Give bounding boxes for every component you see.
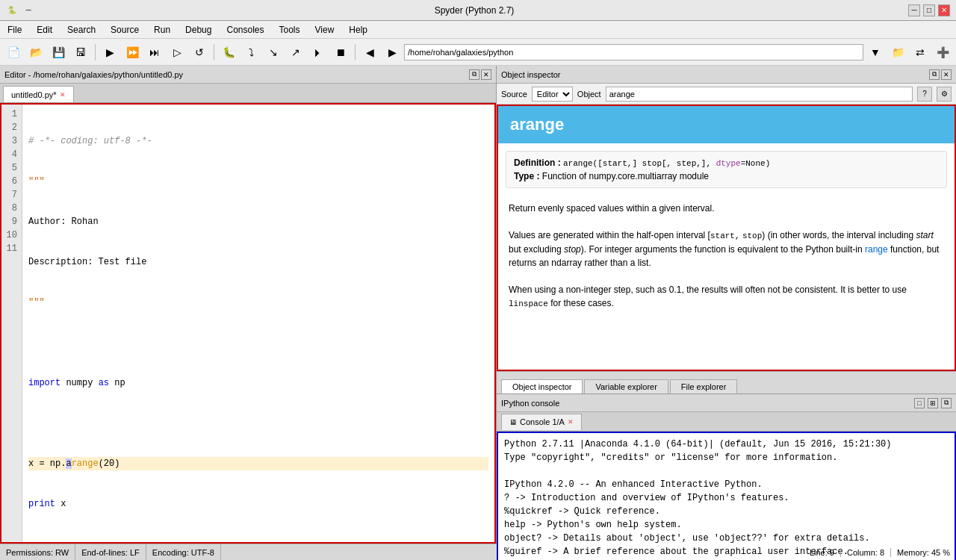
oi-undock-btn[interactable]: ⧉ xyxy=(929,69,940,80)
menu-search[interactable]: Search xyxy=(60,23,103,37)
run-btn[interactable]: ▶ xyxy=(99,42,120,63)
ipy-startup-line2: Type "copyright", "credits" or "license"… xyxy=(504,451,949,464)
code-line-5: """ xyxy=(28,296,488,309)
win-close-btn[interactable]: ✕ xyxy=(938,4,950,16)
ipy-console-tab[interactable]: 🖥 Console 1/A ✕ xyxy=(501,414,582,430)
step-in-btn[interactable]: ↘ xyxy=(263,42,284,63)
code-line-11 xyxy=(28,538,488,544)
oi-definition-box: Definition : arange([start,] stop[, step… xyxy=(506,151,947,188)
oi-tab-object-inspector[interactable]: Object inspector xyxy=(501,379,583,393)
console-tab-close[interactable]: ✕ xyxy=(568,418,574,426)
step-btn[interactable]: ⤵ xyxy=(240,42,261,63)
menu-consoles[interactable]: Consoles xyxy=(219,23,271,37)
code-line-9: x = np.arange(20) xyxy=(28,457,488,470)
new-file-btn[interactable]: 📄 xyxy=(3,42,24,63)
menu-tools[interactable]: Tools xyxy=(272,23,308,37)
menu-view[interactable]: View xyxy=(308,23,342,37)
title-bar: 🐍 ─ Spyder (Python 2.7) ─ □ ✕ xyxy=(0,0,956,21)
code-line-1: # -*- coding: utf-8 -*- xyxy=(28,134,488,148)
tab-close-btn[interactable]: ✕ xyxy=(60,91,66,99)
menu-source[interactable]: Source xyxy=(103,23,146,37)
step-out-btn[interactable]: ↗ xyxy=(285,42,306,63)
console-tab-icon: 🖥 xyxy=(509,418,517,426)
run-selection-btn[interactable]: ▷ xyxy=(167,42,187,63)
app-icon: 🐍 xyxy=(6,4,18,16)
oi-toolbar: Source Editor Object ? ⚙ xyxy=(497,84,956,105)
ipy-content[interactable]: Python 2.7.11 |Anaconda 4.1.0 (64-bit)| … xyxy=(497,432,956,560)
ipy-panel-title: IPython console xyxy=(501,399,559,408)
editor-tab-bar: untitled0.py* ✕ xyxy=(0,84,496,103)
status-line: Line: 9 xyxy=(804,548,841,557)
run-cell-btn[interactable]: ⏩ xyxy=(122,42,143,63)
oi-desc-p1: Return evenly spaced values within a giv… xyxy=(509,202,944,215)
ipy-undock-btn[interactable]: ⧉ xyxy=(941,398,952,408)
back-btn[interactable]: ◀ xyxy=(359,42,380,63)
oi-settings-btn[interactable]: ⚙ xyxy=(937,87,952,102)
code-line-3: Author: Rohan xyxy=(28,215,488,228)
editor-panel-title: Editor - /home/rohan/galaxies/python/unt… xyxy=(4,70,469,79)
menu-bar: File Edit Search Source Run Debug Consol… xyxy=(0,21,956,39)
status-eol: End-of-lines: LF xyxy=(75,544,146,560)
minimize-icon[interactable]: ─ xyxy=(22,4,34,16)
oi-help-btn[interactable]: ? xyxy=(917,87,932,102)
oi-object-input[interactable] xyxy=(606,87,913,102)
ipy-startup-line7: object? -> Details about 'object', use '… xyxy=(504,532,949,545)
ipy-startup-line1: Python 2.7.11 |Anaconda 4.1.0 (64-bit)| … xyxy=(504,438,949,451)
path-dropdown-btn[interactable]: ▼ xyxy=(865,42,886,63)
sync-btn[interactable]: ⇄ xyxy=(910,42,931,63)
oi-source-select[interactable]: Editor xyxy=(532,87,573,102)
menu-debug[interactable]: Debug xyxy=(178,23,219,37)
continue-btn[interactable]: ⏵ xyxy=(308,42,329,63)
code-line-8 xyxy=(28,417,488,430)
editor-close-btn[interactable]: ✕ xyxy=(481,69,491,80)
forward-btn[interactable]: ▶ xyxy=(382,42,403,63)
oi-panel-header: Object inspector ⧉ ✕ xyxy=(497,66,956,84)
code-line-4: Description: Test file xyxy=(28,255,488,269)
menu-help[interactable]: Help xyxy=(341,23,375,37)
ipy-tab-bar: 🖥 Console 1/A ✕ xyxy=(497,412,956,432)
browse-btn[interactable]: 📁 xyxy=(887,42,908,63)
oi-function-name: arange xyxy=(498,106,955,143)
debug-btn[interactable]: 🐛 xyxy=(218,42,239,63)
code-lines[interactable]: # -*- coding: utf-8 -*- """ Author: Roha… xyxy=(22,105,494,542)
menu-run[interactable]: Run xyxy=(146,23,178,37)
sep3 xyxy=(355,44,356,60)
editor-undock-btn[interactable]: ⧉ xyxy=(469,69,479,80)
run-again-btn[interactable]: ↺ xyxy=(189,42,210,63)
oi-def-signature: arange([start,] stop[, step,], dtype=Non… xyxy=(563,159,770,168)
oi-bottom-tabs: Object inspector Variable explorer File … xyxy=(497,371,956,393)
code-line-10: print x xyxy=(28,497,488,511)
save-btn[interactable]: 💾 xyxy=(48,42,69,63)
editor-tab-untitled0[interactable]: untitled0.py* ✕ xyxy=(3,86,74,102)
menu-file[interactable]: File xyxy=(0,23,29,37)
sep2 xyxy=(214,44,214,60)
status-memory: Memory: 45 % xyxy=(891,548,956,557)
oi-type-label: Type : xyxy=(514,171,539,181)
code-editor[interactable]: 1 2 3 4 5 6 7 8 9 10 11 # -*- coding: ut… xyxy=(0,103,496,544)
ipy-startup-line3: IPython 4.2.0 -- An enhanced Interactive… xyxy=(504,478,949,491)
oi-tab-file-explorer[interactable]: File explorer xyxy=(670,379,738,393)
path-display[interactable]: /home/rohan/galaxies/python xyxy=(404,44,863,60)
tab-label: untitled0.py* xyxy=(11,90,57,99)
oi-tab-variable-explorer[interactable]: Variable explorer xyxy=(584,379,668,393)
window-title: Spyder (Python 2.7) xyxy=(40,5,908,16)
new-dir-btn[interactable]: ➕ xyxy=(932,42,953,63)
oi-type-value: Function of numpy.core.multiarray module xyxy=(542,171,709,181)
ipy-startup-line4: ? -> Introduction and overview of IPytho… xyxy=(504,491,949,505)
oi-object-label: Object xyxy=(577,90,601,99)
editor-panel-header: Editor - /home/rohan/galaxies/python/unt… xyxy=(0,66,496,84)
menu-edit[interactable]: Edit xyxy=(29,23,60,37)
ipy-expand-btn[interactable]: □ xyxy=(914,398,925,408)
object-inspector-panel: Object inspector ⧉ ✕ Source Editor Objec… xyxy=(497,66,956,394)
stop-btn[interactable]: ⏹ xyxy=(330,42,351,63)
save-all-btn[interactable]: 🖫 xyxy=(70,42,91,63)
oi-close-btn[interactable]: ✕ xyxy=(941,69,952,80)
ipy-panel-header: IPython console □ ⊞ ⧉ xyxy=(497,394,956,412)
win-minimize-btn[interactable]: ─ xyxy=(908,4,920,16)
toolbar: 📄 📂 💾 🖫 ▶ ⏩ ⏭ ▷ ↺ 🐛 ⤵ ↘ ↗ ⏵ ⏹ ◀ ▶ /home/… xyxy=(0,39,956,66)
win-maximize-btn[interactable]: □ xyxy=(923,4,935,16)
oi-source-label: Source xyxy=(501,90,527,99)
run-cell-advance-btn[interactable]: ⏭ xyxy=(144,42,165,63)
open-file-btn[interactable]: 📂 xyxy=(25,42,46,63)
ipy-layout-btn[interactable]: ⊞ xyxy=(928,398,938,408)
